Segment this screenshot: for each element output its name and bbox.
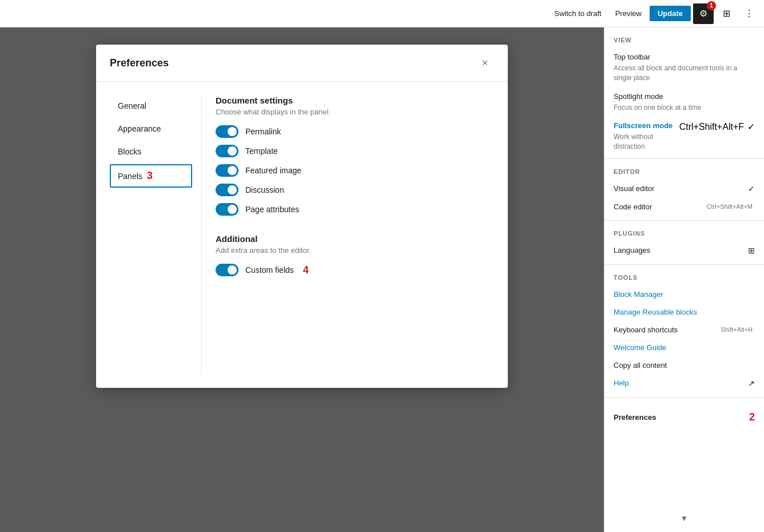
preview-button[interactable]: Preview: [610, 6, 647, 21]
featured-image-track: [216, 164, 238, 177]
nav-appearance-label: Appearance: [118, 124, 161, 133]
spotlight-mode-item[interactable]: Spotlight mode: [604, 88, 764, 103]
visual-editor-check: ✓: [748, 184, 755, 193]
plugins-section-label: PLUGINS: [604, 230, 764, 241]
custom-fields-toggle-row: Custom fields 4: [216, 264, 494, 276]
modal-content-area: Document settings Choose what displays i…: [201, 96, 494, 374]
nav-item-appearance[interactable]: Appearance: [110, 118, 192, 139]
permalink-toggle[interactable]: [216, 125, 238, 138]
custom-fields-badge: 4: [303, 264, 309, 276]
top-toolbar-label: Top toolbar: [614, 53, 755, 61]
modal-overlay: Preferences × General Appearance Blocks …: [0, 27, 604, 532]
external-link-icon: ↗: [748, 379, 755, 388]
languages-icon: ⊞: [748, 246, 755, 255]
discussion-label: Discussion: [245, 185, 284, 194]
badge-1: 1: [707, 1, 716, 10]
more-options-button[interactable]: ⋮: [739, 3, 759, 24]
fullscreen-mode-label: Fullscreen mode: [614, 121, 679, 130]
block-manager-label: Block Manager: [614, 290, 755, 299]
update-button[interactable]: Update: [650, 6, 691, 21]
modal-header: Preferences ×: [96, 45, 508, 82]
top-toolbar-sub: Access all block and document tools in a…: [604, 63, 764, 88]
manage-reusable-item[interactable]: Manage Reusable blocks: [604, 303, 764, 321]
additional-title: Additional: [216, 234, 494, 244]
languages-label: Languages: [614, 246, 748, 255]
template-track: [216, 145, 238, 157]
keyboard-shortcuts-item[interactable]: Keyboard shortcuts Shift+Alt+H: [604, 321, 764, 339]
plugins-section: PLUGINS Languages ⊞: [604, 221, 764, 265]
code-editor-shortcut: Ctrl+Shift+Alt+M: [707, 203, 753, 210]
custom-fields-label: Custom fields: [245, 265, 294, 275]
nav-panels-label: Panels: [118, 172, 142, 181]
template-toggle-row: Template: [216, 145, 494, 157]
help-label: Help: [614, 379, 748, 387]
keyboard-shortcuts-label: Keyboard shortcuts: [614, 325, 721, 334]
modal-title: Preferences: [110, 57, 169, 69]
top-toolbar-item[interactable]: Top toolbar: [604, 48, 764, 63]
gear-icon: ⚙: [699, 8, 707, 19]
featured-image-label: Featured image: [245, 166, 301, 175]
additional-section: Additional Add extra areas to the editor…: [216, 234, 494, 276]
welcome-guide-item[interactable]: Welcome Guide: [604, 339, 764, 356]
document-settings-section: Document settings Choose what displays i…: [216, 96, 494, 216]
featured-image-toggle[interactable]: [216, 164, 238, 177]
ellipsis-icon: ⋮: [745, 8, 754, 19]
template-toggle[interactable]: [216, 145, 238, 157]
permalink-label: Permalink: [245, 127, 281, 136]
discussion-track: [216, 184, 238, 196]
keyboard-shortcuts-shortcut: Shift+Alt+H: [721, 326, 753, 333]
modal-close-button[interactable]: ×: [476, 54, 494, 72]
tools-section-label: TOOLS: [604, 274, 764, 285]
discussion-toggle-row: Discussion: [216, 184, 494, 196]
view-section: VIEW Top toolbar Access all block and do…: [604, 27, 764, 159]
copy-all-content-label: Copy all content: [614, 361, 755, 370]
discussion-toggle[interactable]: [216, 184, 238, 196]
code-editor-label: Code editor: [614, 203, 707, 211]
top-bar: Switch to draft Preview Update ⚙ 1 ⊞ ⋮: [0, 0, 764, 27]
fullscreen-mode-item[interactable]: Fullscreen mode Work without distraction…: [604, 117, 764, 154]
code-editor-item[interactable]: Code editor Ctrl+Shift+Alt+M: [604, 198, 764, 216]
document-settings-title: Document settings: [216, 96, 494, 105]
permalink-track: [216, 125, 238, 138]
fullscreen-mode-sub: Work without distraction: [614, 130, 679, 152]
nav-blocks-label: Blocks: [118, 147, 141, 156]
switch-to-draft-button[interactable]: Switch to draft: [548, 6, 607, 21]
fullscreen-check: ✓: [747, 121, 755, 132]
visual-editor-item[interactable]: Visual editor ✓: [604, 180, 764, 198]
block-manager-item[interactable]: Block Manager: [604, 285, 764, 303]
preferences-modal: Preferences × General Appearance Blocks …: [96, 45, 508, 388]
preferences-item[interactable]: Preferences 2: [604, 407, 764, 428]
spotlight-mode-label: Spotlight mode: [614, 92, 755, 101]
settings-icon-button[interactable]: ⚙ 1: [693, 3, 714, 24]
preferences-section: Preferences 2: [604, 398, 764, 432]
visual-editor-label: Visual editor: [614, 184, 748, 193]
nav-item-panels[interactable]: Panels 3: [110, 164, 192, 188]
languages-icon-button[interactable]: ⊞: [716, 3, 737, 24]
tools-section: TOOLS Block Manager Manage Reusable bloc…: [604, 265, 764, 398]
additional-sub: Add extra areas to the editor.: [216, 246, 494, 255]
template-label: Template: [245, 146, 278, 156]
page-attributes-track: [216, 203, 238, 216]
page-attributes-toggle-row: Page attributes: [216, 203, 494, 216]
welcome-guide-label: Welcome Guide: [614, 343, 755, 352]
custom-fields-toggle[interactable]: [216, 264, 238, 276]
nav-item-general[interactable]: General: [110, 96, 192, 116]
featured-image-toggle-row: Featured image: [216, 164, 494, 177]
preferences-badge: 2: [749, 411, 755, 423]
right-panel: VIEW Top toolbar Access all block and do…: [604, 27, 764, 532]
editor-section: EDITOR Visual editor ✓ Code editor Ctrl+…: [604, 159, 764, 221]
help-item[interactable]: Help ↗: [604, 374, 764, 392]
page-attributes-toggle[interactable]: [216, 203, 238, 216]
permalink-toggle-row: Permalink: [216, 125, 494, 138]
panels-badge: 3: [147, 170, 153, 181]
languages-item[interactable]: Languages ⊞: [604, 241, 764, 260]
modal-body: General Appearance Blocks Panels 3 Docum…: [96, 82, 508, 388]
copy-all-content-item[interactable]: Copy all content: [604, 356, 764, 374]
view-section-label: VIEW: [604, 37, 764, 48]
custom-fields-track: [216, 264, 238, 276]
spotlight-mode-sub: Focus on one block at a time: [604, 103, 764, 117]
manage-reusable-label: Manage Reusable blocks: [614, 308, 755, 316]
nav-general-label: General: [118, 101, 146, 110]
nav-item-blocks[interactable]: Blocks: [110, 141, 192, 162]
modal-sidebar: General Appearance Blocks Panels 3: [110, 96, 201, 374]
